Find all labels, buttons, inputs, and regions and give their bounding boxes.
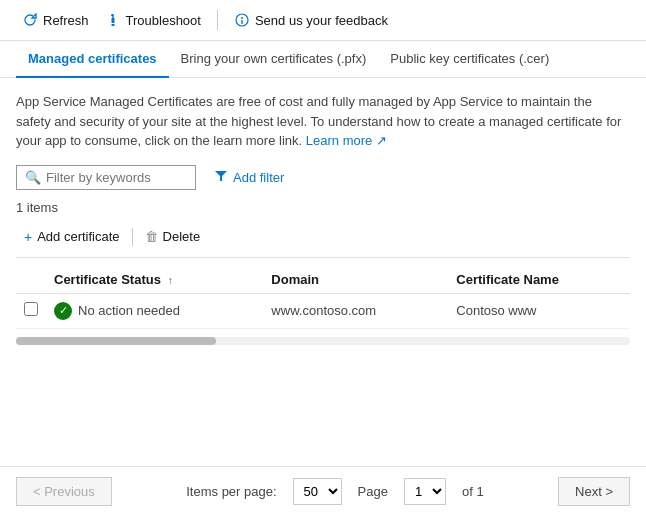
action-divider — [132, 228, 133, 246]
add-filter-button[interactable]: Add filter — [206, 165, 292, 190]
feedback-label: Send us your feedback — [255, 13, 388, 28]
status-success-icon: ✓ — [54, 302, 72, 320]
items-per-page-label: Items per page: — [186, 484, 276, 499]
table-row: ✓ No action needed www.contoso.com Conto… — [16, 293, 630, 328]
filter-row: 🔍 Add filter — [16, 165, 630, 190]
next-button[interactable]: Next > — [558, 477, 630, 506]
certificates-table: Certificate Status ↑ Domain Certificate … — [16, 266, 630, 329]
delete-icon: 🗑 — [145, 229, 158, 244]
toolbar: Refresh Troubleshoot Send us your feedba… — [0, 0, 646, 41]
refresh-icon — [22, 12, 38, 28]
tabs-container: Managed certificates Bring your own cert… — [0, 41, 646, 78]
main-content: App Service Managed Certificates are fre… — [0, 78, 646, 367]
svg-rect-4 — [241, 20, 242, 24]
filter-icon — [214, 169, 228, 186]
page-select[interactable]: 1 — [404, 478, 446, 505]
svg-rect-1 — [111, 24, 114, 26]
row-checkbox-cell — [16, 293, 46, 328]
col-status: Certificate Status ↑ — [46, 266, 263, 294]
svg-point-3 — [241, 17, 243, 19]
delete-button[interactable]: 🗑 Delete — [137, 225, 209, 248]
troubleshoot-button[interactable]: Troubleshoot — [99, 8, 207, 32]
scrollbar-thumb[interactable] — [16, 337, 216, 345]
refresh-label: Refresh — [43, 13, 89, 28]
items-per-page-select[interactable]: 50 — [293, 478, 342, 505]
page-label: Page — [358, 484, 388, 499]
row-select-checkbox[interactable] — [24, 302, 38, 316]
learn-more-link[interactable]: Learn more ↗ — [306, 133, 387, 148]
tab-cer-certificates[interactable]: Public key certificates (.cer) — [378, 41, 561, 78]
col-name: Certificate Name — [448, 266, 630, 294]
search-input[interactable] — [46, 170, 187, 185]
tab-managed-certificates[interactable]: Managed certificates — [16, 41, 169, 78]
add-certificate-button[interactable]: + Add certificate — [16, 225, 128, 249]
horizontal-scrollbar[interactable] — [16, 337, 630, 345]
search-wrap: 🔍 — [16, 165, 196, 190]
description-text: App Service Managed Certificates are fre… — [16, 92, 630, 151]
domain-cell: www.contoso.com — [263, 293, 448, 328]
troubleshoot-icon — [105, 12, 121, 28]
toolbar-divider — [217, 10, 218, 30]
previous-button[interactable]: < Previous — [16, 477, 112, 506]
action-bar: + Add certificate 🗑 Delete — [16, 225, 630, 258]
troubleshoot-label: Troubleshoot — [126, 13, 201, 28]
search-icon: 🔍 — [25, 170, 41, 185]
tab-pfx-certificates[interactable]: Bring your own certificates (.pfx) — [169, 41, 379, 78]
refresh-button[interactable]: Refresh — [16, 8, 95, 32]
feedback-button[interactable]: Send us your feedback — [228, 8, 394, 32]
svg-marker-5 — [215, 171, 227, 181]
plus-icon: + — [24, 229, 32, 245]
external-link-icon: ↗ — [376, 133, 387, 148]
footer: < Previous Items per page: 50 Page 1 of … — [0, 466, 646, 516]
items-count: 1 items — [16, 200, 630, 215]
select-all-header — [16, 266, 46, 294]
name-cell: Contoso www — [448, 293, 630, 328]
sort-icon: ↑ — [168, 274, 174, 286]
status-cell: ✓ No action needed — [46, 293, 263, 328]
feedback-icon — [234, 12, 250, 28]
col-domain: Domain — [263, 266, 448, 294]
of-label: of 1 — [462, 484, 484, 499]
svg-rect-0 — [111, 18, 114, 23]
